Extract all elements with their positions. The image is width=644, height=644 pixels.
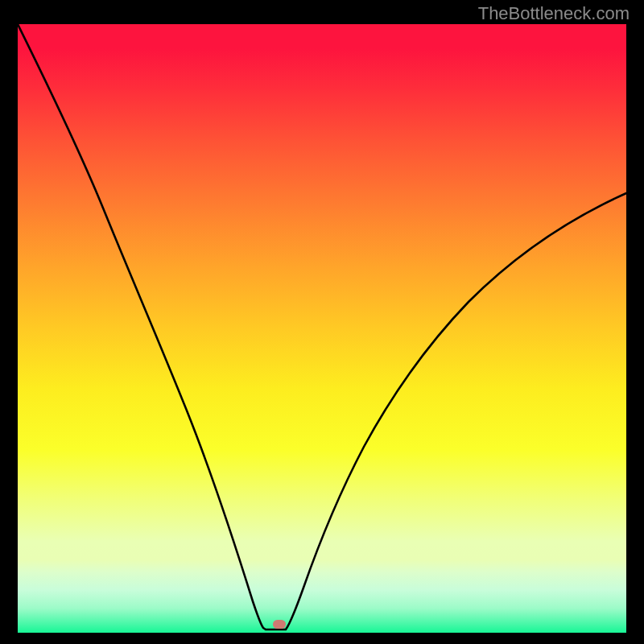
watermark-text: TheBottleneck.com	[478, 3, 630, 24]
marker-dot	[273, 620, 286, 629]
bottleneck-curve-path	[18, 24, 626, 630]
chart-frame	[18, 24, 626, 633]
chart-curve	[18, 24, 626, 633]
